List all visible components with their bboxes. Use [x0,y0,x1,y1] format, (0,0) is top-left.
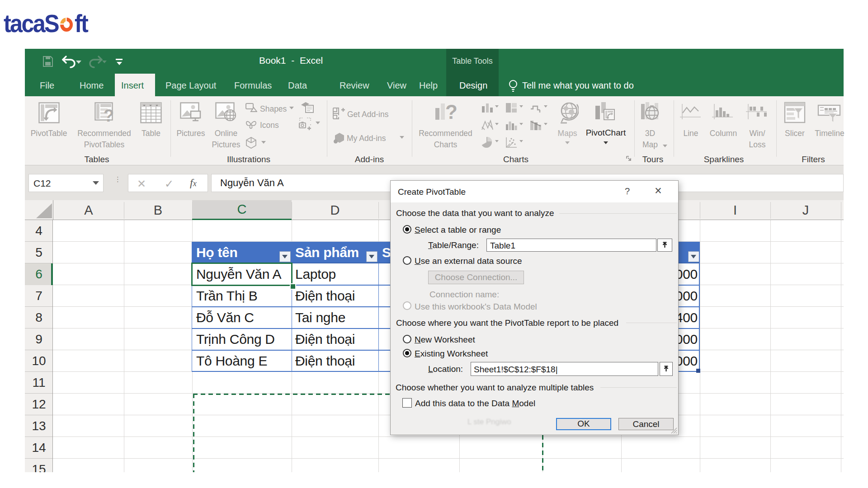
svg-text:?: ? [104,106,114,123]
svg-text:?: ? [445,102,457,123]
